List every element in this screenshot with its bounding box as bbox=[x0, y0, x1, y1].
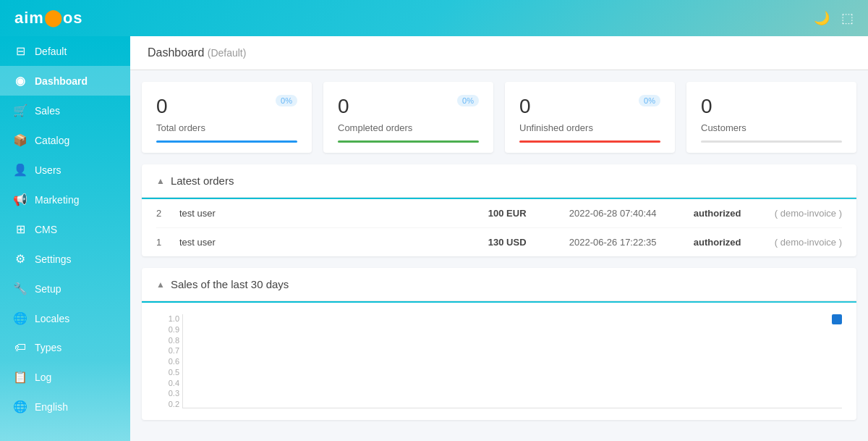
sidebar-label-locales: Locales bbox=[35, 313, 69, 324]
stat-card-completed-orders: 0 0% Completed orders bbox=[323, 82, 493, 153]
stat-label: Unfinished orders bbox=[519, 122, 660, 133]
stat-badge: 0% bbox=[457, 95, 479, 106]
sidebar-item-dashboard[interactable]: ◉Dashboard bbox=[0, 66, 130, 96]
y-axis-label: 0.3 bbox=[156, 389, 179, 398]
order-amount: 100 EUR bbox=[488, 208, 561, 219]
sidebar-label-cms: CMS bbox=[35, 224, 57, 235]
order-date: 2022-06-26 17:22:35 bbox=[569, 237, 685, 248]
chart-wrapper: 1.00.90.80.70.60.50.40.30.2 bbox=[156, 314, 842, 408]
logo-end: os bbox=[63, 9, 83, 27]
sidebar-icon-log: 📋 bbox=[13, 370, 27, 384]
sidebar-item-log[interactable]: 📋Log bbox=[0, 362, 130, 392]
stat-value: 0 bbox=[338, 95, 349, 118]
sidebar-icon-locales: 🌐 bbox=[13, 311, 27, 325]
sidebar: ⊟Default◉Dashboard🛒Sales📦Catalog👤Users📢M… bbox=[0, 36, 130, 441]
page-subtitle: (Default) bbox=[208, 47, 247, 59]
order-status: authorized bbox=[694, 237, 766, 248]
sidebar-item-english[interactable]: 🌐English bbox=[0, 392, 130, 421]
sidebar-label-catalog: Catalog bbox=[35, 135, 69, 146]
order-status: authorized bbox=[694, 208, 766, 219]
sidebar-label-dashboard: Dashboard bbox=[35, 75, 88, 87]
stat-bar bbox=[701, 140, 842, 143]
sidebar-item-users[interactable]: 👤Users bbox=[0, 155, 130, 185]
stat-card-unfinished-orders: 0 0% Unfinished orders bbox=[505, 82, 675, 153]
sales-chart-header[interactable]: ▲ Sales of the last 30 days bbox=[142, 268, 856, 301]
stat-label: Total orders bbox=[156, 122, 297, 133]
sidebar-icon-setup: 🔧 bbox=[13, 282, 27, 295]
sidebar-label-marketing: Marketing bbox=[35, 194, 79, 206]
y-axis-label: 0.4 bbox=[156, 379, 179, 387]
sidebar-icon-types: 🏷 bbox=[13, 341, 27, 354]
stat-top: 0 0% bbox=[338, 95, 479, 118]
y-axis-label: 1.0 bbox=[156, 314, 179, 323]
sidebar-label-english: English bbox=[35, 401, 68, 413]
sidebar-item-setup[interactable]: 🔧Setup bbox=[0, 274, 130, 303]
sidebar-label-types: Types bbox=[35, 342, 61, 353]
stat-card-customers: 0 Customers bbox=[686, 82, 856, 153]
sidebar-item-settings[interactable]: ⚙Settings bbox=[0, 244, 130, 274]
chevron-up-icon-chart: ▲ bbox=[156, 280, 165, 290]
sidebar-icon-users: 👤 bbox=[13, 163, 27, 177]
sales-chart-section: ▲ Sales of the last 30 days 1.00.90.80.7… bbox=[142, 268, 856, 420]
y-axis-label: 0.9 bbox=[156, 325, 179, 334]
order-user: test user bbox=[179, 237, 480, 248]
y-axis-label: 0.2 bbox=[156, 400, 179, 408]
latest-orders-header[interactable]: ▲ Latest orders bbox=[142, 164, 856, 198]
sidebar-item-default[interactable]: ⊟Default bbox=[0, 36, 130, 66]
latest-orders-title: Latest orders bbox=[171, 175, 234, 187]
sidebar-label-users: Users bbox=[35, 164, 61, 176]
sidebar-item-cms[interactable]: ⊞CMS bbox=[0, 214, 130, 244]
order-num: 2 bbox=[156, 208, 171, 219]
order-payment: ( demo-invoice ) bbox=[775, 237, 842, 248]
y-axis-labels: 1.00.90.80.70.60.50.40.30.2 bbox=[156, 314, 182, 408]
table-row[interactable]: 1 test user 130 USD 2022-06-26 17:22:35 … bbox=[156, 228, 842, 256]
order-date: 2022-06-28 07:40:44 bbox=[569, 208, 685, 219]
sidebar-label-default: Default bbox=[35, 46, 67, 57]
table-row[interactable]: 2 test user 100 EUR 2022-06-28 07:40:44 … bbox=[156, 199, 842, 228]
order-user: test user bbox=[179, 208, 480, 219]
sidebar-item-marketing[interactable]: 📢Marketing bbox=[0, 185, 130, 214]
sidebar-icon-default: ⊟ bbox=[13, 44, 27, 58]
sidebar-icon-sales: 🛒 bbox=[13, 104, 27, 117]
stat-label: Customers bbox=[701, 122, 842, 133]
page-title: Dashboard (Default) bbox=[148, 46, 246, 59]
stat-bar bbox=[156, 140, 297, 143]
main-layout: ⊟Default◉Dashboard🛒Sales📦Catalog👤Users📢M… bbox=[0, 36, 868, 441]
stat-top: 0 bbox=[701, 95, 842, 118]
logo-dot: ⬤ bbox=[44, 9, 63, 27]
sidebar-item-catalog[interactable]: 📦Catalog bbox=[0, 125, 130, 155]
topbar: aim⬤os 🌙 ⬚ bbox=[0, 0, 868, 36]
app-logo: aim⬤os bbox=[14, 9, 83, 28]
sidebar-item-sales[interactable]: 🛒Sales bbox=[0, 96, 130, 125]
sidebar-icon-cms: ⊞ bbox=[13, 222, 27, 236]
sidebar-label-setup: Setup bbox=[35, 283, 61, 295]
stat-top: 0 0% bbox=[519, 95, 660, 118]
sidebar-label-sales: Sales bbox=[35, 105, 60, 117]
export-icon[interactable]: ⬚ bbox=[841, 10, 854, 26]
sidebar-item-locales[interactable]: 🌐Locales bbox=[0, 303, 130, 333]
page-title-text: Dashboard bbox=[148, 46, 204, 59]
sidebar-item-types[interactable]: 🏷Types bbox=[0, 333, 130, 362]
stat-label: Completed orders bbox=[338, 122, 479, 133]
latest-orders-section: ▲ Latest orders 2 test user 100 EUR 2022… bbox=[142, 164, 856, 256]
stat-value: 0 bbox=[156, 95, 168, 118]
y-axis-label: 0.5 bbox=[156, 368, 179, 377]
stat-value: 0 bbox=[519, 95, 531, 118]
y-axis-label: 0.7 bbox=[156, 346, 179, 355]
order-payment: ( demo-invoice ) bbox=[775, 208, 842, 219]
orders-table: 2 test user 100 EUR 2022-06-28 07:40:44 … bbox=[142, 199, 856, 256]
stat-top: 0 0% bbox=[156, 95, 297, 118]
stats-row: 0 0% Total orders 0 0% Completed orders … bbox=[130, 82, 868, 164]
chart-area: 1.00.90.80.70.60.50.40.30.2 bbox=[142, 303, 856, 420]
sidebar-icon-settings: ⚙ bbox=[13, 252, 27, 266]
order-num: 1 bbox=[156, 237, 171, 248]
y-axis-label: 0.8 bbox=[156, 336, 179, 345]
chart-canvas bbox=[182, 314, 842, 408]
sidebar-icon-dashboard: ◉ bbox=[13, 74, 27, 88]
dark-mode-icon[interactable]: 🌙 bbox=[814, 10, 830, 26]
logo-text: aim bbox=[14, 9, 44, 27]
page-header: Dashboard (Default) bbox=[130, 36, 868, 70]
order-amount: 130 USD bbox=[488, 237, 561, 248]
chevron-up-icon: ▲ bbox=[156, 176, 165, 186]
sales-chart-title: Sales of the last 30 days bbox=[171, 278, 289, 290]
